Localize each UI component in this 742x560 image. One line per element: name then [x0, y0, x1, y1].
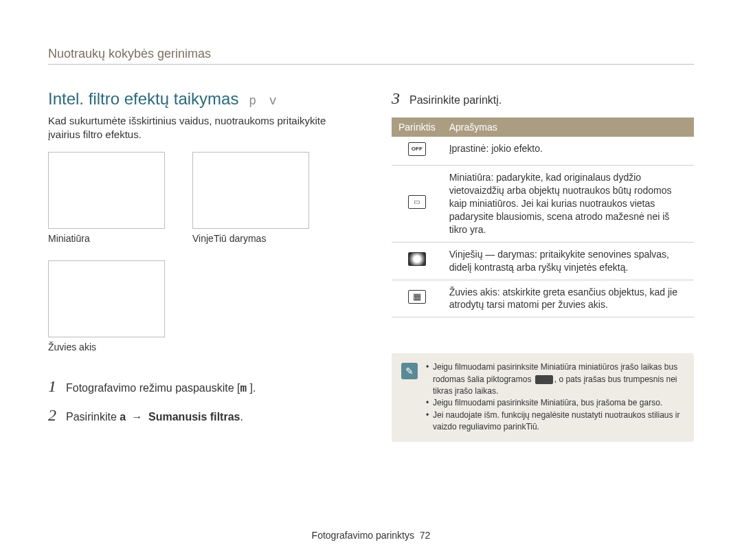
option-desc: Įprastinė: jokio efekto.: [442, 137, 694, 165]
page-footer: Fotografavimo parinktys 72: [0, 530, 742, 541]
breadcrumb: Nuotraukų kokybės gerinimas: [48, 47, 694, 65]
step-prefix: Pasirinkite: [66, 411, 120, 423]
record-chip-icon: [535, 375, 553, 384]
table-row: Žuvies akis: atskirkite greta esančius o…: [392, 280, 694, 317]
step-suffix: ].: [247, 382, 256, 394]
footer-page-number: 72: [420, 530, 431, 541]
option-desc: Miniatiūra: padarykite, kad originalaus …: [442, 166, 694, 242]
vignette-icon: [408, 252, 426, 266]
note-item: Jei naudojate išm. funkcijų negalėsite n…: [426, 410, 684, 434]
thumb-label: Žuvies akis: [48, 341, 165, 352]
thumb-image-placeholder: [48, 152, 165, 229]
section-title: Intel. ﬁltro efektų taikymas p v: [48, 89, 350, 109]
step-2: 2 Pasirinkite a → Sumanusis ﬁltras.: [48, 406, 350, 425]
steps-list: 1 Fotografavimo režimu paspauskite [m ].…: [48, 377, 350, 425]
right-column: 3 Pasirinkite parinktį. Parinktis Aprašy…: [392, 89, 694, 442]
fisheye-icon: [408, 290, 426, 304]
step-prefix: Fotografavimo režimu paspauskite [: [66, 382, 240, 394]
thumb-vignette: VinjeTiū darymas: [192, 152, 309, 244]
step-number: 2: [48, 406, 66, 425]
note-item: Jeigu ﬁlmuodami pasirinksite Miniatiūra,…: [426, 397, 684, 409]
step-suffix: .: [240, 411, 243, 423]
thumb-miniature: Miniatiūra: [48, 152, 165, 244]
step-1: 1 Fotografavimo režimu paspauskite [m ].: [48, 377, 350, 396]
left-column: Intel. ﬁltro efektų taikymas p v Kad suk…: [48, 89, 350, 442]
table-row: Vinješių — darymas: pritaikykite senovin…: [392, 242, 694, 280]
note-list: Jeigu ﬁlmuodami pasirinksite Miniatiūra …: [426, 361, 684, 433]
button-ref-m: m: [240, 383, 247, 395]
note-box: ✎ Jeigu ﬁlmuodami pasirinksite Miniatiūr…: [392, 353, 694, 441]
table-row: Įprastinė: jokio efekto.: [392, 137, 694, 165]
section-title-main: Intel. ﬁltro efektų taikymas: [48, 89, 238, 108]
intro-text: Kad sukurtumėte išskirtinius vaidus, nuo…: [48, 114, 350, 142]
thumb-label: Miniatiūra: [48, 233, 165, 244]
step-bold-filter: Sumanusis ﬁltras: [148, 411, 240, 423]
step-text: Pasirinkite parinktį.: [409, 93, 502, 108]
step-bold-a: a: [120, 411, 126, 423]
step-number: 1: [48, 377, 66, 396]
footer-label: Fotografavimo parinktys: [312, 530, 414, 541]
step-number: 3: [392, 89, 409, 108]
options-table: Parinktis Aprašymas Įprastinė: jokio efe…: [392, 117, 694, 317]
thumbnail-grid: Miniatiūra VinjeTiū darymas Žuvies akis: [48, 152, 350, 352]
thumb-label: VinjeTiū darymas: [192, 233, 309, 244]
arrow-icon: →: [128, 411, 146, 423]
note-icon: ✎: [401, 363, 418, 379]
note-item: Jeigu ﬁlmuodami pasirinksite Miniatiūra …: [426, 361, 684, 397]
table-row: Miniatiūra: padarykite, kad originalaus …: [392, 166, 694, 242]
th-description: Aprašymas: [442, 117, 694, 137]
step-3: 3 Pasirinkite parinktį.: [392, 89, 694, 108]
thumb-image-placeholder: [48, 260, 165, 337]
step-text: Pasirinkite a → Sumanusis ﬁltras.: [66, 410, 243, 425]
off-icon: [408, 142, 426, 156]
th-option: Parinktis: [392, 117, 442, 137]
thumb-fisheye: Žuvies akis: [48, 260, 165, 352]
section-title-modes: p v: [249, 94, 279, 108]
miniature-icon: [408, 195, 426, 209]
option-desc: Vinješių — darymas: pritaikykite senovin…: [442, 242, 694, 280]
step-text: Fotografavimo režimu paspauskite [m ].: [66, 381, 256, 396]
thumb-image-placeholder: [192, 152, 309, 229]
option-desc: Žuvies akis: atskirkite greta esančius o…: [442, 280, 694, 317]
